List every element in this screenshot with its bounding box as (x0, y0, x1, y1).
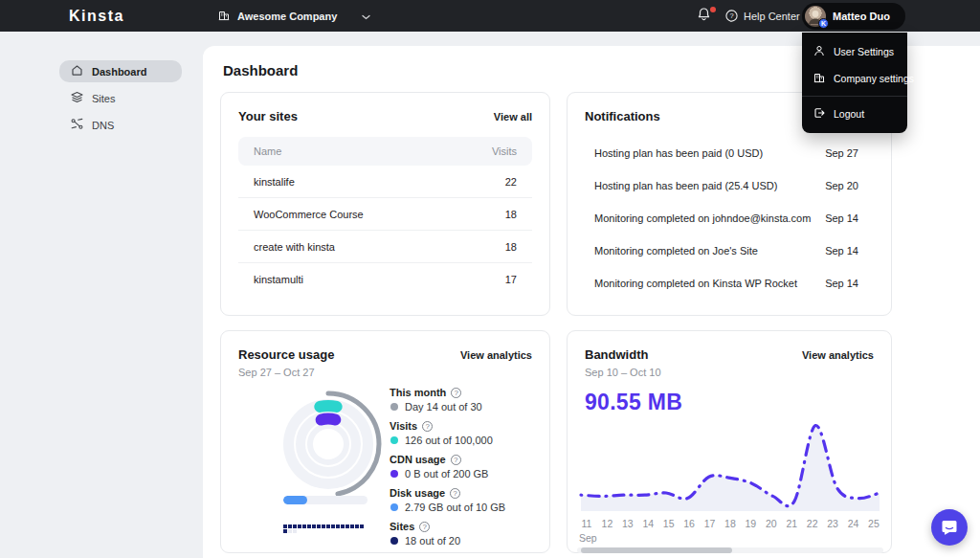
menu-item-user-settings[interactable]: User Settings (802, 38, 907, 65)
view-analytics-link[interactable]: View analytics (460, 349, 532, 361)
legend-dot (390, 403, 398, 411)
site-name: create with kinsta (254, 241, 335, 253)
legend-item-this-month: This month? Day 14 out of 30 (390, 387, 505, 413)
sidebar-item-sites[interactable]: Sites (59, 87, 182, 109)
menu-item-company-settings[interactable]: Company settings (802, 65, 907, 92)
usage-square (317, 525, 321, 528)
x-tick-label: 23 (823, 518, 842, 529)
notification-text: Monitoring completed on johndoe@kinsta.c… (594, 212, 811, 224)
legend-label: Visits (390, 420, 417, 432)
usage-period: Sep 27 – Oct 27 (238, 367, 532, 378)
sidebar-item-dashboard[interactable]: Dashboard (59, 60, 182, 82)
table-row[interactable]: kinstalife22 (238, 166, 532, 198)
scrollbar-thumb[interactable] (581, 547, 732, 553)
usage-square (293, 525, 297, 528)
card-title: Bandwidth (585, 347, 648, 362)
view-analytics-link[interactable]: View analytics (802, 349, 874, 361)
usage-square (341, 525, 345, 528)
usage-square (326, 525, 330, 528)
notification-date: Sep 14 (825, 245, 858, 257)
help-circle-icon[interactable]: ? (422, 421, 433, 432)
legend-label: Sites (390, 521, 414, 532)
usage-square (360, 525, 364, 528)
x-tick-label: 14 (638, 518, 657, 529)
view-all-link[interactable]: View all (494, 111, 532, 123)
sidebar: DashboardSitesDNS (59, 60, 182, 141)
notification-row[interactable]: Monitoring completed on Kinsta WP Rocket… (585, 267, 874, 300)
usage-legend: This month? Day 14 out of 30Visits? 126 … (390, 387, 505, 554)
layers-icon (71, 91, 83, 105)
help-circle-icon[interactable]: ? (451, 455, 461, 465)
x-tick-label: 20 (762, 518, 781, 529)
company-selector[interactable]: Awesome Company (218, 0, 370, 32)
table-row[interactable]: kinstamulti17 (238, 263, 532, 296)
kinsta-logo: Kinsta (69, 0, 124, 32)
bandwidth-total: 90.55 MB (585, 390, 874, 415)
notifications-bell-button[interactable] (697, 7, 716, 26)
legend-value: 2.79 GB out of 10 GB (405, 502, 505, 513)
legend-item-disk-usage: Disk usage? 2.79 GB out of 10 GB (390, 487, 505, 513)
help-circle-icon[interactable]: ? (451, 388, 461, 398)
x-tick-label: 21 (782, 518, 801, 529)
legend-item-cdn-usage: CDN usage? 0 B out of 200 GB (390, 454, 505, 480)
notification-date: Sep 20 (825, 180, 858, 191)
user-menu-button[interactable]: K Matteo Duo (802, 3, 905, 30)
chart-scrollbar[interactable] (577, 547, 883, 553)
svg-text:?: ? (729, 11, 733, 20)
sidebar-item-label: Sites (92, 93, 115, 104)
bell-icon (697, 7, 711, 22)
legend-dot (390, 503, 398, 511)
table-header: Name Visits (238, 137, 532, 166)
table-row[interactable]: create with kinsta18 (238, 231, 532, 263)
notification-text: Monitoring completed on Joe's Site (594, 245, 758, 257)
legend-label: Disk usage (390, 487, 445, 499)
sidebar-item-dns[interactable]: DNS (59, 114, 182, 136)
menu-item-logout[interactable]: Logout (802, 100, 907, 127)
company-name: Awesome Company (237, 11, 337, 22)
menu-divider (802, 96, 907, 97)
chat-icon (941, 519, 958, 536)
sites-table: kinstalife22WooCommerce Course18create w… (238, 166, 532, 296)
intercom-chat-button[interactable] (931, 509, 968, 546)
notification-row[interactable]: Hosting plan has been paid (0 USD)Sep 27 (585, 137, 874, 169)
sidebar-item-label: DNS (92, 120, 114, 131)
site-visits: 18 (505, 241, 517, 253)
legend-dot (390, 436, 398, 444)
usage-square (331, 525, 335, 528)
page-title: Dashboard (223, 62, 298, 78)
x-tick-label: 22 (803, 518, 822, 529)
legend-item-sites: Sites? 18 out of 20 (390, 521, 505, 547)
x-tick-label: 18 (721, 518, 740, 529)
table-row[interactable]: WooCommerce Course18 (238, 198, 532, 231)
legend-value: Day 14 out of 30 (405, 401, 482, 413)
notification-row[interactable]: Hosting plan has been paid (25.4 USD)Sep… (585, 169, 874, 202)
column-name: Name (254, 145, 281, 157)
x-tick-label: 11 (577, 518, 596, 529)
notifications-list: Hosting plan has been paid (0 USD)Sep 27… (585, 137, 874, 300)
disk-usage-bar (283, 496, 368, 504)
notification-text: Hosting plan has been paid (25.4 USD) (594, 180, 777, 191)
usage-square (307, 525, 311, 528)
notification-row[interactable]: Monitoring completed on johndoe@kinsta.c… (585, 202, 874, 234)
site-visits: 18 (505, 209, 517, 220)
bandwidth-chart (577, 420, 883, 511)
legend-label: This month (390, 387, 446, 398)
notification-row[interactable]: Monitoring completed on Joe's SiteSep 14 (585, 234, 874, 267)
user-dropdown-menu: User SettingsCompany settingsLogout (802, 33, 907, 133)
your-sites-card: Your sites View all Name Visits kinstali… (220, 92, 550, 316)
help-circle-icon[interactable]: ? (450, 488, 460, 499)
month-label: Sep (579, 532, 597, 544)
x-tick-label: 25 (864, 518, 883, 529)
help-center-button[interactable]: ? Help Center (725, 0, 800, 32)
usage-square (283, 525, 287, 528)
x-tick-label: 17 (701, 518, 720, 529)
card-title: Notifications (585, 109, 660, 123)
card-title: Your sites (238, 109, 298, 123)
usage-square (345, 525, 349, 528)
menu-item-label: User Settings (834, 46, 894, 57)
avatar: K (805, 6, 826, 27)
usage-square (355, 525, 359, 528)
legend-value: 18 out of 20 (405, 535, 460, 547)
help-circle-icon[interactable]: ? (419, 522, 430, 532)
resource-usage-card: Resource usage View analytics Sep 27 – O… (220, 330, 550, 553)
